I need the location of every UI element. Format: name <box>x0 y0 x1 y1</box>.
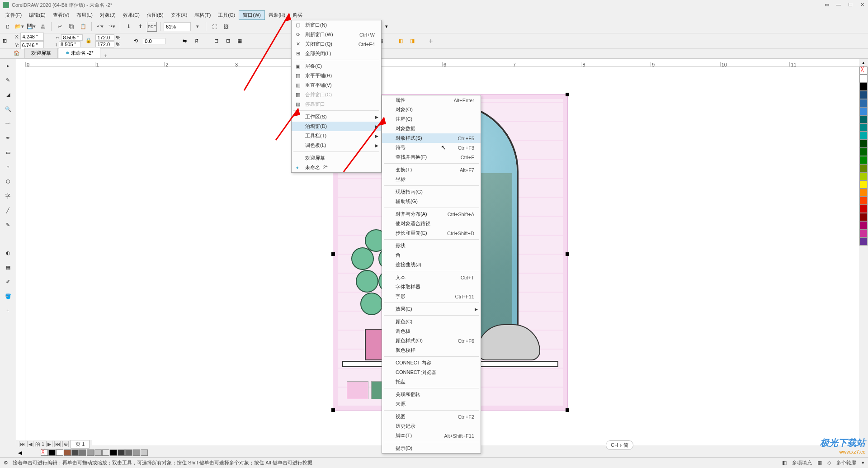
minimize-button[interactable]: — <box>835 1 843 8</box>
fill-tool-icon[interactable]: 🪣 <box>3 291 13 301</box>
menu-item[interactable]: 注释(C) <box>382 114 481 124</box>
selection-handle[interactable] <box>331 252 335 256</box>
menu-item[interactable]: 角 <box>382 251 481 260</box>
color-swatch[interactable] <box>859 148 868 156</box>
color-swatch[interactable] <box>94 449 102 456</box>
color-swatch[interactable] <box>859 107 868 115</box>
color-swatch[interactable] <box>859 197 868 205</box>
artistic-tool-icon[interactable]: ✒ <box>3 133 13 143</box>
tab-add-button[interactable]: + <box>101 53 110 58</box>
close-button[interactable]: ✕ <box>858 1 866 8</box>
selection-handle[interactable] <box>566 93 569 96</box>
maximize-button[interactable]: ☐ <box>846 1 854 8</box>
menu-7[interactable]: 文本(X) <box>167 11 191 19</box>
menu-item[interactable]: 使对象适合路径 <box>382 219 481 228</box>
selection-handle[interactable] <box>331 408 335 412</box>
add-tool-icon[interactable]: + <box>3 306 13 316</box>
redo-icon[interactable]: ↷▾ <box>107 22 117 32</box>
color-swatch[interactable] <box>56 449 63 456</box>
menu-item[interactable]: 符号Ctrl+F3 <box>382 143 481 152</box>
color-swatch[interactable] <box>859 221 868 229</box>
color-swatch[interactable] <box>48 449 56 456</box>
color-swatch[interactable] <box>79 449 86 456</box>
color-swatch[interactable] <box>859 99 868 107</box>
launch-dropdown-icon[interactable]: ▾ <box>385 24 388 29</box>
cut-icon[interactable]: ✂ <box>55 22 65 32</box>
pick-tool-icon[interactable]: ▸ <box>3 61 13 71</box>
menu-3[interactable]: 布局(L) <box>73 11 96 19</box>
menu-item[interactable]: 对象(O) <box>382 105 481 114</box>
group-icon[interactable]: ⊞ <box>223 37 232 46</box>
menu-item[interactable]: 颜色样式(O)Ctrl+F6 <box>382 336 481 345</box>
color-swatch[interactable] <box>859 213 868 221</box>
menu-item[interactable]: ▤水平平铺(H) <box>292 71 381 80</box>
scale-x-input[interactable] <box>95 34 114 41</box>
menu-item[interactable]: 颜色(C) <box>382 317 481 326</box>
image-icon[interactable]: 🖼 <box>221 22 231 32</box>
menu-1[interactable]: 编辑(E) <box>25 11 49 19</box>
color-swatch[interactable] <box>859 140 868 148</box>
color-swatch[interactable] <box>859 180 868 189</box>
menu-6[interactable]: 位图(B) <box>143 11 167 19</box>
selection-handle[interactable] <box>566 252 569 256</box>
menu-item[interactable]: 历史记录 <box>382 421 481 431</box>
home-icon[interactable]: 🏠 <box>14 50 22 58</box>
color-swatch[interactable] <box>110 449 117 456</box>
color-swatch[interactable] <box>859 115 868 123</box>
menu-5[interactable]: 效果(C) <box>119 11 143 19</box>
page-first-icon[interactable]: ⏮ <box>19 441 25 447</box>
menu-item[interactable]: 文本Ctrl+T <box>382 273 481 282</box>
color-swatch[interactable] <box>64 449 71 456</box>
menu-9[interactable]: 工具(O) <box>214 11 239 19</box>
menu-item[interactable]: ⟳刷新窗口(W)Ctrl+W <box>292 30 381 39</box>
color-swatch[interactable] <box>71 449 79 456</box>
freehand-tool-icon[interactable]: 〰 <box>3 118 13 128</box>
color-swatch[interactable] <box>87 449 94 456</box>
menu-item[interactable]: 对象样式(S)Ctrl+F5 <box>382 133 481 143</box>
help-icon[interactable]: ▭ <box>823 1 831 8</box>
menu-item[interactable]: ▥垂直平铺(V) <box>292 80 381 90</box>
page-tab[interactable]: 页 1 <box>71 440 90 449</box>
no-fill-swatch[interactable]: ╳ <box>41 449 48 456</box>
menu-8[interactable]: 表格(T) <box>191 11 214 19</box>
menu-item[interactable]: 调色板 <box>382 326 481 336</box>
shape-tool-icon[interactable]: ✎ <box>3 75 13 85</box>
menu-item[interactable]: 连接曲线(J) <box>382 260 481 269</box>
height-input[interactable] <box>59 41 80 47</box>
menu-item[interactable]: 变换(T)Alt+F7 <box>382 165 481 175</box>
lock-icon[interactable]: 🔒 <box>85 38 93 45</box>
scale-y-input[interactable] <box>95 41 114 47</box>
save-icon[interactable]: 💾▾ <box>26 22 36 32</box>
menu-item[interactable]: CONNECT 浏览器 <box>382 368 481 377</box>
align-icon[interactable]: ▦ <box>235 37 244 46</box>
undo-icon[interactable]: ↶▾ <box>95 22 105 32</box>
new-icon[interactable]: 🗋 <box>3 22 13 32</box>
ellipse-tool-icon[interactable]: ○ <box>3 162 13 172</box>
color-swatch[interactable] <box>859 189 868 197</box>
order-back-icon[interactable]: ◨ <box>408 37 417 46</box>
swatch-left-icon[interactable]: ◀ <box>18 450 22 456</box>
rectangle-tool-icon[interactable]: ▭ <box>3 147 13 157</box>
menu-item[interactable]: ▢新窗口(N) <box>292 20 381 30</box>
x-input[interactable] <box>20 33 44 41</box>
color-swatch[interactable] <box>859 205 868 213</box>
color-swatch[interactable] <box>859 172 868 180</box>
color-swatch[interactable] <box>859 229 868 237</box>
fullscreen-icon[interactable]: ⛶ <box>209 22 219 32</box>
menu-item[interactable]: 来源 <box>382 399 481 409</box>
color-swatch[interactable] <box>102 449 109 456</box>
open-icon[interactable]: 📂▾ <box>14 22 24 32</box>
pdf-icon[interactable]: PDF <box>147 22 157 32</box>
mirror-v-icon[interactable]: ⇵ <box>192 37 201 46</box>
transparency-tool-icon[interactable]: ▦ <box>3 262 13 272</box>
menu-item[interactable]: 坐标 <box>382 175 481 184</box>
import-icon[interactable]: ⬇ <box>123 22 133 32</box>
menu-2[interactable]: 查看(V) <box>49 11 73 19</box>
menu-item[interactable]: 形状 <box>382 241 481 251</box>
paste-icon[interactable]: 📋 <box>78 22 88 32</box>
color-swatch[interactable] <box>141 449 148 456</box>
text-tool-icon[interactable]: 字 <box>3 191 13 201</box>
menu-item[interactable]: ✕关闭窗口(Q)Ctrl+F4 <box>292 39 381 49</box>
export-icon[interactable]: ⬆ <box>135 22 145 32</box>
palette-up-icon[interactable]: ▴ <box>859 59 868 66</box>
